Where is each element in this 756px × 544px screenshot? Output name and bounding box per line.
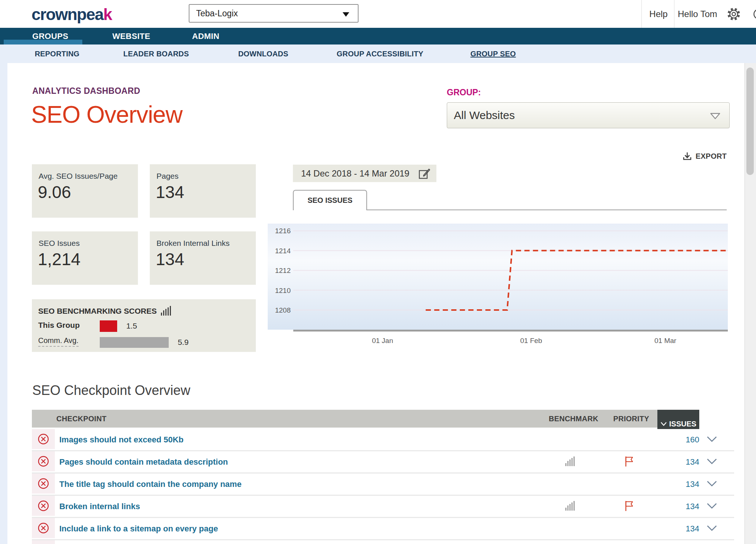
subnav-reporting[interactable]: REPORTING	[35, 44, 80, 63]
subnav-group-accessibility[interactable]: GROUP ACCESSIBILITY	[337, 44, 423, 63]
error-circle-x-icon	[37, 433, 49, 445]
seo-overview-page: crownpeak Teba-Logix Help Hello Tom GROU…	[0, 0, 756, 544]
checkpoint-link[interactable]: Pages should contain metadata descriptio…	[59, 457, 228, 467]
y-axis-tick: 1210	[275, 287, 291, 294]
stat-value: 1,214	[38, 249, 80, 269]
stat-card-broken-links: Broken Internal Links 134	[150, 231, 256, 285]
sort-chevron-icon	[660, 422, 667, 426]
y-axis-tick: 1216	[275, 227, 291, 235]
table-header: CHECKPOINT BENCHMARK PRIORITY ISSUES	[32, 410, 699, 428]
crownpeak-logo[interactable]: crownpeak	[32, 5, 112, 24]
date-range-value: 14 Dec 2018 - 14 Mar 2019	[301, 168, 409, 179]
subnav-group-seo[interactable]: GROUP SEO	[471, 44, 516, 63]
x-axis-tick: 01 Feb	[520, 337, 542, 344]
page-margin-strip	[0, 44, 7, 544]
export-button[interactable]: EXPORT	[682, 151, 727, 162]
table-row: Pages should contain metadata descriptio…	[32, 451, 734, 474]
checkpoint-link[interactable]: The title tag should contain the company…	[59, 479, 241, 489]
tab-seo-issues[interactable]: SEO ISSUES	[293, 190, 367, 210]
expand-chevron-icon[interactable]	[707, 436, 717, 444]
y-axis-tick: 1214	[275, 247, 291, 255]
group-dropdown[interactable]: All Websites	[447, 102, 730, 128]
error-circle-x-icon	[37, 522, 49, 534]
bench-row-label[interactable]: Comm. Avg.	[38, 336, 79, 345]
y-axis-tick: 1208	[275, 306, 291, 314]
this-group-bar	[100, 320, 117, 332]
stat-card-seo-issues: SEO Issues 1,214	[32, 231, 138, 285]
x-axis-line	[293, 330, 728, 332]
error-circle-x-icon	[37, 500, 49, 512]
active-nav-indicator	[4, 40, 82, 44]
edit-pencil-icon[interactable]	[418, 168, 430, 180]
priority-flag-icon	[624, 500, 634, 513]
stat-label: Pages	[156, 172, 179, 181]
stat-label: Avg. SEO Issues/Page	[39, 172, 118, 181]
date-range-picker[interactable]: 14 Dec 2018 - 14 Mar 2019	[293, 165, 436, 182]
seo-issues-chart: 1216121412121210120801 Jan01 Feb01 Mar	[268, 224, 728, 346]
top-header: crownpeak Teba-Logix Help Hello Tom	[0, 0, 756, 28]
this-group-value: 1.5	[126, 322, 137, 330]
x-axis-tick: 01 Jan	[372, 337, 393, 344]
col-priority: PRIORITY	[613, 410, 649, 428]
tab-divider-line	[367, 210, 727, 210]
table-row: Images should not exceed 50Kb 160	[32, 429, 734, 451]
community-average-value: 5.9	[178, 338, 188, 347]
issues-count[interactable]: 134	[686, 502, 699, 511]
issues-count[interactable]: 134	[686, 479, 699, 489]
main-nav: GROUPS WEBSITE ADMIN	[0, 28, 756, 44]
issues-count[interactable]: 134	[686, 457, 699, 467]
scrollbar-thumb[interactable]	[746, 67, 754, 175]
stat-value: 134	[156, 249, 184, 269]
export-label: EXPORT	[696, 152, 727, 161]
checkpoint-link[interactable]: Images should not exceed 50Kb	[59, 435, 184, 445]
stat-card-avg-issues: Avg. SEO Issues/Page 9.06	[32, 164, 138, 218]
status-cell	[32, 518, 55, 538]
expand-chevron-icon[interactable]	[707, 458, 717, 466]
site-dropdown[interactable]: Teba-Logix	[189, 4, 359, 23]
settings-gear-icon[interactable]	[727, 7, 741, 21]
issues-count[interactable]: 160	[686, 435, 699, 445]
chevron-down-icon	[710, 113, 720, 119]
dashboard-eyebrow: ANALYTICS DASHBOARD	[32, 86, 140, 96]
community-average-bar	[100, 337, 169, 348]
logo-k-glyph: k	[103, 5, 112, 23]
benchmark-chart-icon[interactable]	[565, 456, 575, 468]
stat-value: 134	[156, 182, 184, 202]
benchmark-chart-icon[interactable]	[565, 501, 575, 512]
benchmark-title: SEO BENCHMARKING SCORES	[38, 306, 172, 316]
error-circle-x-icon	[37, 455, 49, 467]
col-benchmark: BENCHMARK	[549, 410, 598, 428]
checkpoint-link[interactable]: Broken internal links	[59, 502, 140, 511]
download-icon	[682, 151, 692, 161]
table-body: Images should not exceed 50Kb 160	[32, 429, 734, 544]
col-checkpoint: CHECKPOINT	[56, 410, 106, 428]
subnav-leader-boards[interactable]: LEADER BOARDS	[123, 44, 189, 63]
sub-nav: REPORTING LEADER BOARDS DOWNLOADS GROUP …	[0, 44, 756, 63]
header-divider	[641, 0, 642, 28]
bar-chart-icon	[161, 306, 172, 316]
help-link[interactable]: Help	[644, 0, 673, 28]
y-axis-tick: 1212	[275, 267, 291, 274]
subnav-downloads[interactable]: DOWNLOADS	[238, 44, 288, 63]
clipped-edge-icon[interactable]	[750, 8, 756, 20]
status-cell	[32, 540, 55, 544]
user-greeting[interactable]: Hello Tom	[678, 0, 717, 28]
header-divider	[674, 0, 674, 28]
seo-benchmarking-box: SEO BENCHMARKING SCORES This Group 1.5 C…	[32, 299, 256, 352]
status-cell	[32, 451, 55, 471]
stat-value: 9.06	[38, 182, 71, 202]
expand-chevron-icon[interactable]	[707, 503, 717, 510]
issues-count[interactable]: 134	[686, 524, 699, 534]
expand-chevron-icon[interactable]	[707, 481, 717, 488]
nav-admin[interactable]: ADMIN	[192, 28, 219, 44]
page-title: SEO Overview	[31, 101, 182, 128]
table-row: 134	[32, 540, 734, 544]
section-title: SEO Checkpoint Overview	[32, 383, 190, 398]
checkpoint-link[interactable]: Include a link to a sitemap on every pag…	[59, 524, 218, 534]
table-row: The title tag should contain the company…	[32, 474, 734, 496]
group-dropdown-value: All Websites	[454, 109, 515, 122]
table-row: Broken internal links 134	[32, 496, 734, 518]
caret-down-icon	[342, 12, 350, 17]
nav-website[interactable]: WEBSITE	[112, 28, 150, 44]
expand-chevron-icon[interactable]	[707, 525, 717, 533]
